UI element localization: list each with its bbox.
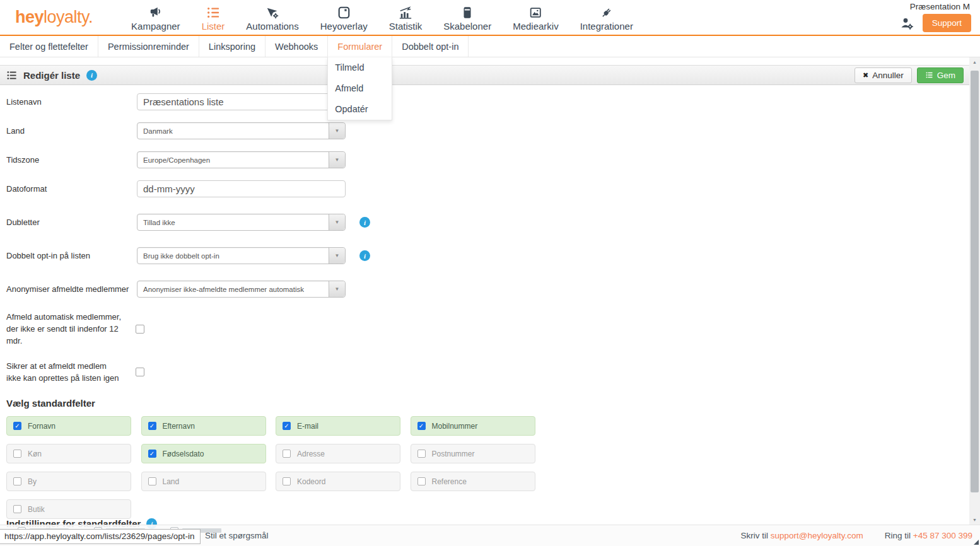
scroll-up-arrow-icon[interactable]: ▲ [969, 57, 980, 67]
write-prefix: Skriv til [740, 531, 768, 540]
call-to: Ring til +45 87 300 399 [885, 531, 972, 540]
field-card-koen[interactable]: ✓Køn [6, 444, 131, 463]
chevron-down-icon: ▼ [329, 281, 345, 297]
field-card-postnummer[interactable]: ✓Postnummer [411, 444, 535, 463]
megaphone-icon [148, 4, 163, 20]
chevron-down-icon: ▼ [329, 248, 345, 264]
field-card-efternavn[interactable]: ✓Efternavn [141, 416, 266, 436]
field-card-reference[interactable]: ✓Reference [411, 472, 535, 491]
checkbox-icon: ✓ [417, 477, 426, 485]
checkbox-icon: ✓ [13, 450, 21, 458]
card-label: Efternavn [163, 422, 195, 431]
sikrer-afmeldt-checkbox[interactable] [136, 368, 144, 376]
dropdown-item-opdater[interactable]: Opdatér [328, 99, 392, 120]
field-card-mobilnummer[interactable]: ✓Mobilnummer [411, 416, 535, 436]
selected-value: Tillad ikke [137, 219, 175, 226]
template-icon [460, 4, 475, 20]
nav-label: Heyoverlay [320, 21, 368, 32]
field-card-adresse[interactable]: ✓Adresse [276, 444, 400, 463]
info-icon[interactable]: i [86, 70, 97, 81]
form-row-anonymiser: Anonymiser afmeldte medlemmer Anonymiser… [6, 281, 969, 298]
dropdown-item-tilmeld[interactable]: Tilmeld [328, 57, 392, 78]
field-card-by[interactable]: ✓By [6, 472, 131, 491]
dobbelt-opt-in-select[interactable]: Brug ikke dobbelt opt-in ▼ [137, 247, 346, 264]
card-label: Mobilnummer [432, 422, 478, 431]
nav-item-automations[interactable]: Automations [235, 2, 309, 33]
nav-label: Skabeloner [443, 21, 491, 32]
form-row-datoformat: Datoformat [6, 180, 969, 197]
footer-contact: Skriv til support@heyloyalty.com Ring ti… [740, 531, 972, 540]
vertical-scrollbar[interactable]: ▲ ▼ [969, 57, 980, 525]
field-label: Datoformat [6, 183, 137, 195]
browser-status-url: https://app.heyloyalty.com/lists/23629/p… [0, 529, 201, 544]
page-title: Redigér liste [23, 70, 80, 81]
subnav-item-dobbelt-opt-in[interactable]: Dobbelt opt-in [392, 36, 469, 57]
selected-value: Brug ikke dobbelt opt-in [137, 252, 219, 260]
nav-item-kampagner[interactable]: Kampagner [120, 2, 191, 33]
subnav-item-felter-og-flettefelter[interactable]: Felter og flettefelter [0, 36, 98, 57]
field-card-email[interactable]: ✓E-mail [276, 416, 400, 436]
card-label: E-mail [297, 422, 318, 431]
save-button[interactable]: Gem [917, 67, 964, 83]
nav-label: Kampagner [131, 21, 180, 32]
nav-item-statistik[interactable]: Statistik [378, 2, 433, 33]
field-card-fornavn[interactable]: ✓Fornavn [6, 416, 131, 436]
cancel-button[interactable]: ✖Annuller [855, 67, 912, 83]
subnav-item-permissionreminder[interactable]: Permissionreminder [98, 36, 199, 57]
subnav-label: Formularer [337, 42, 382, 52]
logo-rest: loyalty. [44, 8, 93, 26]
card-label: Fornavn [28, 422, 55, 431]
anonymiser-select[interactable]: Anonymiser ikke-afmeldte medlemmer autom… [137, 281, 346, 298]
field-card-land[interactable]: ✓Land [141, 472, 266, 491]
field-label: Anonymiser afmeldte medlemmer [6, 283, 137, 295]
support-phone-link[interactable]: +45 87 300 399 [913, 531, 972, 540]
checkbox-icon: ✓ [148, 477, 156, 485]
chevron-down-icon: ▼ [329, 152, 345, 168]
nav-item-heyoverlay[interactable]: Heyoverlay [310, 2, 378, 33]
dropdown-item-afmeld[interactable]: Afmeld [328, 78, 392, 99]
automation-gear-icon [265, 4, 280, 20]
heyloyalty-logo[interactable]: heyloyalty. [15, 8, 93, 27]
top-navbar: heyloyalty. Kampagner Lister Automations… [0, 0, 980, 36]
info-icon[interactable]: i [359, 217, 370, 228]
subnav-item-linksporing[interactable]: Linksporing [199, 36, 265, 57]
subnav-item-webhooks[interactable]: Webhooks [265, 36, 328, 57]
scrollbar-thumb[interactable] [971, 71, 979, 492]
nav-item-integrationer[interactable]: Integrationer [569, 2, 644, 33]
card-label: Fødselsdato [163, 450, 204, 458]
scroll-down-arrow-icon[interactable]: ▼ [969, 515, 980, 525]
nav-item-mediearkiv[interactable]: Mediearkiv [502, 2, 569, 33]
field-card-butik[interactable]: ✓Butik [6, 499, 131, 519]
checkbox-icon: ✓ [13, 505, 21, 513]
support-email-link[interactable]: support@heyloyalty.com [771, 531, 863, 540]
support-button[interactable]: Support [923, 14, 971, 32]
card-label: Kodeord [297, 477, 325, 486]
subnav-item-formularer[interactable]: Formularer Tilmeld Afmeld Opdatér [328, 36, 392, 57]
field-card-kodeord[interactable]: ✓Kodeord [276, 472, 400, 491]
land-select[interactable]: Danmark ▼ [137, 122, 346, 139]
field-label: Listenavn [6, 96, 137, 108]
nav-item-skabeloner[interactable]: Skabeloner [433, 2, 502, 33]
field-label: Dobbelt opt-in på listen [6, 250, 137, 262]
tidszone-select[interactable]: Europe/Copenhagen ▼ [137, 151, 346, 168]
card-label: Reference [432, 477, 467, 486]
field-card-foedselsdato[interactable]: ✓Fødselsdato [141, 444, 266, 463]
nav-item-lister[interactable]: Lister [191, 2, 236, 33]
listenavn-input[interactable] [137, 93, 346, 110]
field-label: Tidszone [6, 154, 137, 166]
form-row-dubletter: Dubletter Tillad ikke ▼ i [6, 214, 969, 231]
form-row-tidszone: Tidszone Europe/Copenhagen ▼ [6, 151, 969, 168]
list-icon [925, 71, 933, 79]
field-label: Dubletter [6, 216, 137, 228]
selected-value: Europe/Copenhagen [137, 156, 210, 164]
user-settings-icon[interactable] [899, 16, 915, 31]
card-label: Postnummer [432, 450, 475, 458]
form-row-sikrer-afmeldt: Sikrer at et afmeldt medlem ikke kan opr… [6, 360, 969, 384]
info-icon[interactable]: i [359, 250, 370, 261]
dubletter-select[interactable]: Tillad ikke ▼ [137, 214, 346, 231]
main-content: Redigér liste i ✖Annuller Gem Listenavn … [0, 57, 969, 527]
subnav: Felter og flettefelter Permissionreminde… [0, 36, 980, 57]
datoformat-input[interactable] [137, 180, 346, 197]
card-label: By [28, 477, 37, 486]
afmeld-automatisk-checkbox[interactable] [136, 325, 144, 334]
